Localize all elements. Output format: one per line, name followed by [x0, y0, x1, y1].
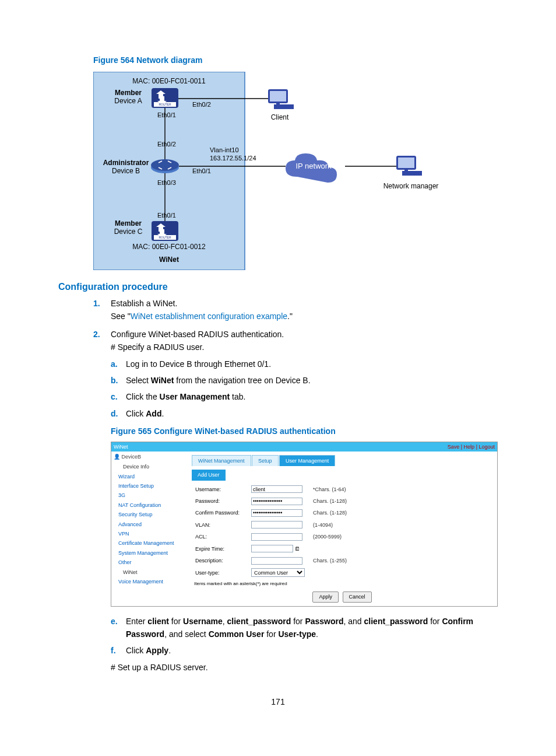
- step-2-text: Configure WiNet-based RADIUS authenticat…: [111, 330, 284, 339]
- administrator-label: Administrator: [103, 159, 149, 167]
- required-note: Items marked with an asterisk(*) are req…: [192, 579, 492, 589]
- tab-user-management[interactable]: User Management: [279, 455, 335, 466]
- svg-text:Eth0/1: Eth0/1: [192, 167, 211, 174]
- svg-text:ROUTER: ROUTER: [159, 103, 171, 106]
- description-hint: Chars. (1-255): [311, 555, 491, 566]
- nav-system[interactable]: System Management: [111, 548, 187, 558]
- description-label: Description:: [193, 555, 248, 566]
- configuration-procedure-heading: Configuration procedure: [58, 282, 498, 292]
- ip-network-label: IP network: [295, 162, 332, 170]
- nav-advanced[interactable]: Advanced: [111, 520, 187, 529]
- device-c-label: Device C: [114, 228, 143, 236]
- nav-winet[interactable]: WiNet: [111, 568, 187, 577]
- confirm-password-hint: Chars. (1-128): [311, 508, 491, 518]
- username-hint: *Chars. (1-64): [311, 484, 491, 495]
- network-diagram: MAC: 00E0-FC01-0011 Member Device A ROUT…: [93, 72, 498, 270]
- substep-e: e. Enter client for Username, client_pas…: [111, 615, 498, 641]
- svg-text:ROUTER: ROUTER: [159, 236, 171, 239]
- svg-text:Eth0/2: Eth0/2: [192, 101, 211, 108]
- vlan-input[interactable]: [251, 521, 302, 528]
- step-2-num: 2.: [93, 328, 100, 341]
- acl-label: ACL:: [193, 531, 248, 542]
- svg-text:Eth0/1: Eth0/1: [157, 111, 176, 118]
- expire-time-label: Expire Time:: [193, 544, 248, 554]
- add-user-header: Add User: [192, 470, 226, 480]
- nav-wizard[interactable]: Wizard: [111, 472, 187, 481]
- tab-winet-management[interactable]: WiNet Management: [192, 455, 251, 466]
- user-type-label: User-type:: [193, 567, 248, 578]
- network-manager-label: Network manager: [383, 182, 439, 190]
- nav-security[interactable]: Security Setup: [111, 510, 187, 519]
- username-input[interactable]: [251, 485, 302, 493]
- nav-interface-setup[interactable]: Interface Setup: [111, 481, 187, 491]
- step-2-note: # Specify a RADIUS user.: [111, 342, 204, 352]
- acl-input[interactable]: [251, 533, 302, 541]
- svg-text:Eth0/2: Eth0/2: [157, 141, 176, 148]
- tab-setup[interactable]: Setup: [252, 455, 279, 466]
- step-1-text: Establish a WiNet.: [111, 299, 177, 308]
- nav-other[interactable]: Other: [111, 558, 187, 567]
- acl-hint: (2000-5999): [311, 531, 491, 542]
- vlan-hint: (1-4094): [311, 520, 491, 530]
- substep-b: b. Select WiNet from the navigation tree…: [111, 374, 498, 387]
- step-2-note-2: # Set up a RADIUS server.: [111, 661, 498, 674]
- svg-text:Eth0/3: Eth0/3: [157, 179, 176, 186]
- user-type-select[interactable]: Common User: [251, 568, 305, 577]
- substep-c: c. Click the User Management tab.: [111, 390, 498, 403]
- page-number: 171: [58, 697, 498, 706]
- confirm-password-input[interactable]: [251, 509, 302, 517]
- substep-a: a. Log in to Device B through Ethernet 0…: [111, 358, 498, 370]
- device-b-label: Device B: [112, 167, 140, 175]
- svg-rect-11: [276, 103, 280, 106]
- nav-3g[interactable]: 3G: [111, 491, 187, 500]
- substep-d: d. Click Add.: [111, 407, 498, 420]
- sc-header-links[interactable]: Save | Help | Logout: [448, 443, 495, 451]
- vlan-ip-label: 163.172.55.1/24: [210, 155, 256, 162]
- winet-label: WiNet: [159, 256, 179, 264]
- username-label: Username:: [193, 484, 248, 495]
- mac-c-label: MAC: 00E0-FC01-0012: [132, 243, 206, 251]
- winet-screenshot: WiNet Save | Help | Logout 👤 DeviceB Dev…: [111, 442, 498, 607]
- svg-rect-21: [398, 158, 414, 168]
- apply-button[interactable]: Apply: [312, 592, 339, 602]
- svg-rect-23: [404, 170, 408, 172]
- svg-point-14: [151, 159, 179, 171]
- figure-564-title: Figure 564 Network diagram: [93, 55, 498, 65]
- member-a-label: Member: [115, 89, 142, 97]
- winet-example-link[interactable]: WiNet establishment configuration exampl…: [131, 312, 287, 321]
- expire-time-input[interactable]: [251, 545, 293, 552]
- calendar-icon[interactable]: 🗓: [295, 546, 300, 552]
- mac-a-label: MAC: 00E0-FC01-0011: [132, 77, 206, 85]
- sc-title: WiNet: [114, 443, 128, 451]
- password-input[interactable]: [251, 498, 302, 505]
- password-hint: Chars. (1-128): [311, 496, 491, 506]
- confirm-password-label: Confirm Password:: [193, 508, 248, 518]
- nav-nat[interactable]: NAT Configuration: [111, 501, 187, 510]
- device-a-label: Device A: [114, 97, 142, 105]
- nav-device-info[interactable]: Device Info: [111, 462, 187, 471]
- nav-vpn[interactable]: VPN: [111, 529, 187, 538]
- svg-text:Eth0/1: Eth0/1: [157, 212, 176, 219]
- description-input[interactable]: [251, 557, 302, 565]
- nav-cert[interactable]: Certificate Management: [111, 538, 187, 548]
- figure-565-title: Figure 565 Configure WiNet-based RADIUS …: [111, 425, 498, 438]
- nav-voice[interactable]: Voice Management: [111, 577, 187, 586]
- document-page: Figure 564 Network diagram MAC: 00E0-FC0…: [0, 0, 556, 730]
- step-1-num: 1.: [93, 297, 100, 310]
- vlan-label: VLAN:: [193, 520, 248, 530]
- cancel-button[interactable]: Cancel: [343, 592, 372, 602]
- nav-tree: 👤 DeviceB Device Info Wizard Interface S…: [111, 452, 187, 606]
- substep-f: f. Click Apply.: [111, 644, 498, 657]
- step-1: 1. Establish a WiNet. See "WiNet establi…: [93, 297, 498, 323]
- device-header: DeviceB: [122, 454, 142, 460]
- password-label: Password:: [193, 496, 248, 506]
- svg-rect-9: [270, 91, 286, 102]
- client-label: Client: [271, 113, 289, 121]
- vlan-label: Vlan-int10: [210, 146, 239, 153]
- member-c-label: Member: [115, 219, 142, 228]
- step-2: 2. Configure WiNet-based RADIUS authenti…: [93, 328, 498, 674]
